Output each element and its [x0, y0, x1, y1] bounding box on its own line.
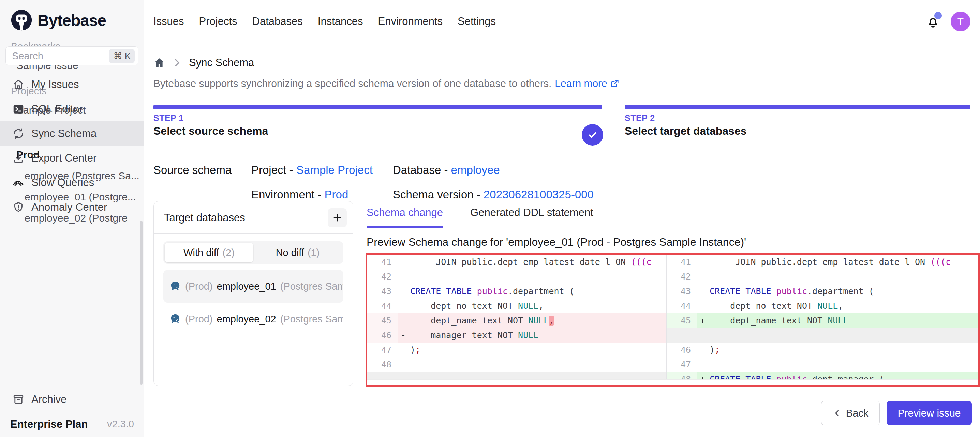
- back-button[interactable]: Back: [821, 400, 880, 426]
- diff-horizontal-scrollbar[interactable]: [367, 380, 978, 385]
- learn-more-link[interactable]: Learn more: [555, 78, 619, 89]
- diff-row-41: 41 JOIN public.dept_emp_latest_date l ON…: [367, 255, 666, 269]
- sidebar-item-my-issues[interactable]: My Issues: [0, 72, 143, 97]
- chevron-left-icon: [832, 408, 842, 418]
- nav-item-issues[interactable]: Issues: [153, 15, 184, 28]
- step1-label: STEP 1: [153, 113, 184, 123]
- schema-diff-editor: 41 JOIN public.dept_emp_latest_date l ON…: [366, 253, 980, 386]
- target-db-item-employee_02[interactable]: (Prod) employee_02 (Postgres Samp...: [163, 303, 344, 335]
- nav-item-environments[interactable]: Environments: [378, 15, 443, 28]
- db-name: employee_02: [217, 314, 276, 325]
- breadcrumb-current: Sync Schema: [189, 57, 254, 69]
- nav-item-settings[interactable]: Settings: [458, 15, 496, 28]
- diff-pane-target[interactable]: 41 JOIN public.dept_emp_latest_date l ON…: [666, 255, 978, 380]
- notifications-button[interactable]: [926, 14, 940, 29]
- target-databases-card: Target databases With diff(2)No diff(1) …: [153, 201, 353, 386]
- db-instance: (Postgres Sampl...: [280, 281, 344, 292]
- diff-marker: [697, 343, 710, 357]
- brand-name: Bytebase: [38, 11, 106, 30]
- nav-item-instances[interactable]: Instances: [318, 15, 363, 28]
- add-target-database-button[interactable]: [328, 208, 347, 227]
- database-link[interactable]: employee: [451, 164, 500, 176]
- postgres-icon: [169, 313, 181, 325]
- diff-row-44: 44 dept_no text NOT NULL,: [367, 299, 666, 313]
- line-number: 48: [367, 357, 398, 372]
- step1-title: Select source schema: [153, 125, 268, 137]
- step1-progress-bar: [153, 105, 602, 110]
- line-number: 46: [667, 343, 697, 357]
- diff-marker: +: [697, 313, 710, 328]
- nav-item-databases[interactable]: Databases: [252, 15, 303, 28]
- line-number: 43: [367, 284, 398, 299]
- line-number: 46: [367, 328, 398, 343]
- tab-generated-ddl-statement[interactable]: Generated DDL statement: [470, 207, 593, 228]
- environment-link[interactable]: Prod: [325, 188, 348, 201]
- tab-schema-change[interactable]: Schema change: [367, 207, 443, 228]
- plus-icon: [332, 213, 342, 223]
- sidebar-item-anomaly-center[interactable]: Anomaly Center: [0, 195, 143, 219]
- plan-bar: Enterprise Plan v2.3.0: [0, 411, 143, 437]
- diff-marker: [398, 357, 410, 372]
- target-databases-title: Target databases: [164, 212, 245, 224]
- filter-tab-no-diff[interactable]: No diff(1): [253, 243, 342, 262]
- sidebar-item-label: SQL Editor: [31, 103, 83, 115]
- sidebar-item-label: Anomaly Center: [31, 201, 107, 213]
- target-database-list: (Prod) employee_01 (Postgres Sampl... (P…: [163, 270, 344, 335]
- chevron-right-icon: [171, 57, 183, 68]
- diff-marker: [398, 284, 410, 299]
- line-number: 44: [367, 299, 398, 313]
- step1-check-icon: [582, 124, 603, 146]
- diff-row-44: 44 dept_no text NOT NULL,: [667, 299, 978, 313]
- sidebar-item-archive[interactable]: Archive: [0, 389, 143, 410]
- project-link[interactable]: Sample Project: [296, 164, 373, 176]
- diff-marker: [398, 343, 410, 357]
- sidebar-item-label: Slow Queries: [31, 176, 94, 189]
- shield-icon: [12, 201, 25, 213]
- nav-item-projects[interactable]: Projects: [199, 15, 237, 28]
- version-link[interactable]: 20230628100325-000: [484, 188, 593, 201]
- diff-marker: [697, 269, 710, 284]
- sidebar-scrollbar[interactable]: [140, 221, 143, 385]
- search-placeholder: Search: [12, 51, 109, 62]
- filter-tab-label: No diff: [276, 247, 304, 258]
- avatar[interactable]: T: [951, 11, 970, 31]
- filter-tab-with-diff[interactable]: With diff(2): [165, 243, 253, 262]
- search-input[interactable]: Search ⌘ K: [5, 46, 138, 65]
- source-database: Database - employee: [393, 164, 500, 176]
- sidebar-item-slow-queries[interactable]: Slow Queries: [0, 170, 143, 195]
- postgres-icon: [169, 281, 181, 292]
- home-icon[interactable]: [153, 57, 165, 68]
- preview-issue-button[interactable]: Preview issue: [886, 400, 972, 426]
- diff-marker: -: [398, 313, 410, 328]
- learn-more-label: Learn more: [555, 78, 607, 89]
- code-line: CREATE TABLE public.department (: [410, 286, 574, 296]
- page-description: Bytebase supports synchronizing a specif…: [153, 78, 620, 89]
- db-instance: (Postgres Samp...: [280, 314, 344, 325]
- code-line: dept_name text NOT NULL: [710, 316, 848, 326]
- line-number: 41: [367, 255, 398, 269]
- source-version: Schema version - 20230628100325-000: [393, 188, 593, 201]
- brand-logo[interactable]: Bytebase: [0, 0, 143, 31]
- diff-row-46: 46- manager text NOT NULL: [367, 328, 666, 343]
- target-db-item-employee_01[interactable]: (Prod) employee_01 (Postgres Sampl...: [163, 270, 344, 303]
- sidebar-item-export-center[interactable]: Export Center: [0, 146, 143, 170]
- preview-title: Preview Schema change for 'employee_01 (…: [367, 236, 746, 248]
- line-number: [667, 328, 697, 343]
- line-number: 45: [367, 313, 398, 328]
- code-line: dept_no text NOT NULL,: [410, 301, 544, 311]
- search-shortcut-badge: ⌘ K: [109, 49, 135, 63]
- diff-row-42: 42: [367, 269, 666, 284]
- diff-pane-source[interactable]: 41 JOIN public.dept_emp_latest_date l ON…: [367, 255, 666, 380]
- diff-marker: [398, 299, 410, 313]
- sidebar-item-sync-schema[interactable]: Sync Schema: [0, 121, 143, 146]
- main-content: Sync Schema Bytebase supports synchroniz…: [144, 43, 980, 437]
- code-line: CREATE TABLE public.dept_manager (: [710, 374, 884, 380]
- diff-marker: -: [398, 328, 410, 343]
- intro-text: Bytebase supports synchronizing a specif…: [153, 78, 551, 89]
- sidebar-item-sql-editor[interactable]: SQL Editor: [0, 97, 143, 121]
- sidebar-item-label: My Issues: [31, 78, 79, 91]
- project-label: Project -: [251, 164, 296, 176]
- code-line: );: [410, 345, 420, 355]
- environment-label: Environment -: [251, 188, 325, 201]
- line-number: 48: [667, 372, 697, 380]
